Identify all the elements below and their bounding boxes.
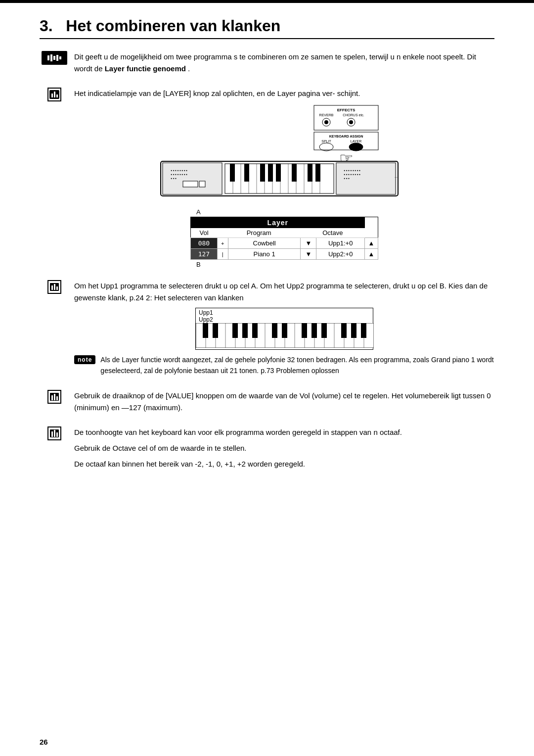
- step-5-icon: [40, 426, 69, 440]
- note-badge: note: [74, 355, 95, 364]
- row-a-plus: +: [217, 238, 228, 249]
- svg-text:● ● ●: ● ● ●: [171, 177, 177, 180]
- layer-table: Layer Vol Program Octave 080 + Cowbell: [190, 217, 378, 260]
- s4bar1: [51, 395, 53, 400]
- svg-rect-79: [351, 323, 356, 338]
- page-number: 26: [40, 738, 48, 746]
- row-a-octave: Upp1:+0: [316, 238, 365, 249]
- small-keyboard-labels: Upp1 Upp2: [196, 308, 373, 323]
- row-a-program: Cowbell: [228, 238, 301, 249]
- chapter-number: 3.: [40, 17, 53, 35]
- row-b-vol: 127: [191, 249, 218, 260]
- row-b-arrow-down[interactable]: ▼: [301, 249, 316, 260]
- svg-rect-75: [302, 323, 307, 338]
- svg-rect-77: [321, 323, 327, 338]
- row-b-arrow-up[interactable]: ▲: [365, 249, 378, 260]
- svg-text:● ● ● ● ● ● ● ●: ● ● ● ● ● ● ● ●: [344, 169, 360, 172]
- bar2: [50, 54, 52, 61]
- upp2-label: Upp2: [199, 316, 370, 323]
- svg-point-7: [349, 120, 353, 124]
- svg-text:SPLIT: SPLIT: [321, 140, 331, 143]
- bar5: [59, 56, 61, 59]
- svg-rect-76: [312, 323, 317, 338]
- step1-icon-block: [42, 51, 67, 65]
- small-keyboard-svg: [196, 323, 374, 348]
- step1-icon-bars: [47, 54, 61, 61]
- chapter-title-text: Het combineren van klanken: [66, 17, 280, 35]
- step3-icon-inner: [50, 283, 59, 291]
- col-octave-header: Octave: [301, 228, 365, 238]
- step-1-content: Dit geeft u de mogelijkheid om twee prog…: [74, 51, 494, 79]
- label-a: A: [196, 208, 201, 216]
- layer-row-b: 127 | Piano 1 ▼ Upp2:+0 ▲: [191, 249, 378, 260]
- row-b-octave: Upp2:+0: [316, 249, 365, 260]
- svg-rect-72: [252, 323, 258, 338]
- step3-bars: [51, 284, 58, 290]
- step-4-content: Gebruik de draaiknop of de [VALUE] knopp…: [74, 390, 494, 418]
- step4-icon-inner: [50, 393, 59, 401]
- svg-rect-69: [213, 323, 218, 338]
- svg-text:EFFECTS: EFFECTS: [337, 108, 356, 112]
- step-2-icon: [40, 88, 69, 101]
- step-4-text: Gebruik de draaiknop of de [VALUE] knopp…: [74, 390, 494, 414]
- s3bar1: [51, 285, 53, 290]
- svg-text:LAYER: LAYER: [351, 140, 361, 143]
- row-a-vol: 080: [191, 238, 218, 249]
- col-program-header: Program: [217, 228, 301, 238]
- note-box: note Als de Layer functie wordt aangezet…: [74, 355, 494, 376]
- svg-rect-47: [308, 164, 312, 182]
- s4bar2: [54, 394, 55, 400]
- svg-text:KEYBOARD ASSIGN: KEYBOARD ASSIGN: [329, 135, 363, 138]
- step5-icon-box: [47, 426, 61, 440]
- svg-rect-73: [272, 323, 277, 338]
- step2-bars: [51, 92, 58, 97]
- sbar2: [54, 92, 55, 97]
- row-b-program: Piano 1: [228, 249, 301, 260]
- label-b-row: B: [196, 261, 388, 268]
- svg-rect-43: [260, 164, 265, 182]
- svg-point-5: [324, 120, 328, 124]
- svg-text:● ● ● ● ● ● ● ●: ● ● ● ● ● ● ● ●: [171, 173, 187, 176]
- svg-rect-80: [361, 323, 366, 338]
- svg-text:● ● ●: ● ● ●: [344, 177, 350, 180]
- step1-text2: .: [186, 64, 190, 73]
- sbar1: [51, 94, 53, 97]
- step-1-icon: [40, 51, 69, 65]
- step-3-text: Om het Upp1 programma te selecteren druk…: [74, 280, 494, 304]
- step1-text-bold: Layer functie genoemd: [105, 64, 186, 73]
- svg-rect-44: [268, 164, 273, 182]
- svg-rect-68: [203, 323, 208, 338]
- svg-rect-42: [244, 164, 249, 182]
- step2-icon-inner: [49, 90, 59, 99]
- svg-text:CHORUS etc.: CHORUS etc.: [343, 113, 364, 117]
- s5bar1: [51, 431, 53, 437]
- label-b: B: [196, 261, 201, 268]
- step-4-icon: [40, 390, 69, 404]
- svg-rect-78: [341, 323, 347, 338]
- step-5-text2: Gebruik de Octave cel of om de waarde in…: [74, 442, 494, 454]
- step4-bars: [51, 394, 58, 400]
- layer-row-a: 080 + Cowbell ▼ Upp1:+0 ▲: [191, 238, 378, 249]
- bar1: [47, 55, 49, 60]
- s5bar3: [56, 432, 58, 437]
- row-a-arrow-down[interactable]: ▼: [301, 238, 316, 249]
- s3bar3: [56, 286, 58, 290]
- svg-rect-46: [292, 164, 297, 182]
- step4-icon-box: [47, 390, 61, 404]
- layer-table-header: Layer: [191, 217, 365, 229]
- svg-text:● ● ● ● ● ● ● ●: ● ● ● ● ● ● ● ●: [344, 173, 360, 176]
- step-5-text1: De toonhoogte van het keyboard kan voor …: [74, 426, 494, 438]
- s3bar2: [54, 284, 55, 290]
- step-5-row: De toonhoogte van het keyboard kan voor …: [40, 426, 494, 474]
- svg-rect-74: [282, 323, 287, 338]
- s4bar3: [56, 396, 58, 400]
- step-5-text3: De octaaf kan binnen het bereik van -2, …: [74, 458, 494, 470]
- row-b-plus: |: [217, 249, 228, 260]
- step-3-content: Om het Upp1 programma te selecteren druk…: [74, 280, 494, 381]
- keyboard-diagram: EFFECTS REVERB CHORUS etc. KEYBOARD ASSI…: [74, 104, 494, 203]
- row-a-arrow-up[interactable]: ▲: [365, 238, 378, 249]
- step3-icon-box: [47, 280, 61, 294]
- step-4-row: Gebruik de draaiknop of de [VALUE] knopp…: [40, 390, 494, 418]
- keyboard-svg: EFFECTS REVERB CHORUS etc. KEYBOARD ASSI…: [156, 104, 413, 203]
- step-1-text: Dit geeft u de mogelijkheid om twee prog…: [74, 51, 494, 75]
